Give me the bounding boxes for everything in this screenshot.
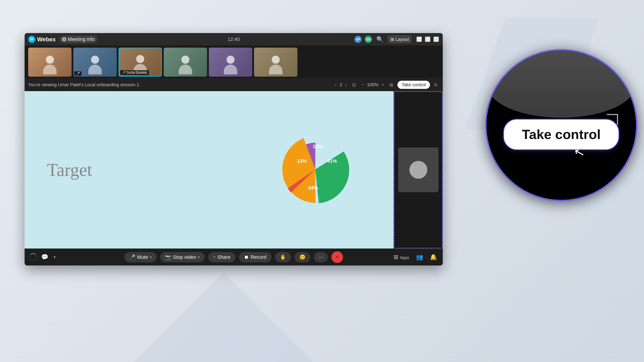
- video-caret: ▾: [198, 255, 200, 259]
- mute-caret: ▾: [150, 255, 152, 259]
- person-silhouette-1: [28, 48, 72, 77]
- meeting-info-button[interactable]: i Meeting info: [59, 35, 97, 43]
- toolbar-left: 💬 ▾: [29, 252, 57, 262]
- sidebar-person-thumb: [398, 147, 438, 192]
- person-head-4: [181, 56, 190, 64]
- person-head-2: [91, 56, 99, 64]
- emoji-icon: 😊: [300, 254, 306, 260]
- pie-chart-svg: 41% 34% 13% 12%: [277, 131, 353, 207]
- next-slide-button[interactable]: ›: [344, 82, 348, 88]
- refresh-button[interactable]: ↻: [433, 82, 439, 88]
- titlebar: W Webex i Meeting info 12:40 UP SG 🔍 ⊞ L…: [24, 33, 443, 45]
- layout-button[interactable]: ⊞ Layout: [388, 35, 412, 43]
- chat-button[interactable]: 💬: [40, 252, 50, 262]
- more-button[interactable]: ···: [314, 252, 328, 262]
- avatar-2: SG: [365, 36, 372, 43]
- slide-presentation: Target 41% 34% 13% 12%: [24, 91, 394, 249]
- mute-label: Mute: [137, 254, 148, 260]
- share-label: Share: [217, 254, 230, 260]
- meeting-info-label: Meeting info: [68, 36, 94, 42]
- participant-thumb-6[interactable]: [254, 48, 298, 77]
- app-logo: W Webex: [28, 36, 56, 43]
- apps-icon: ⊞: [394, 254, 398, 260]
- maximize-button[interactable]: □: [425, 36, 431, 42]
- toolbar-right: ⊞ Apps 👥 🔔: [392, 252, 438, 262]
- close-button[interactable]: ✕: [433, 36, 439, 42]
- info-icon: i: [62, 37, 66, 41]
- zoom-level: 100%: [367, 82, 378, 87]
- record-label: Record: [251, 254, 266, 260]
- slide-nav: ‹ 2 ›: [334, 82, 348, 88]
- grid-view-button[interactable]: ⊞: [388, 82, 395, 88]
- pie-label-purple: 41%: [327, 158, 337, 164]
- slide-zoom: − 100% +: [360, 82, 386, 88]
- prev-slide-button[interactable]: ‹: [334, 82, 338, 88]
- participant-thumb-1[interactable]: [28, 48, 72, 77]
- take-control-button-small[interactable]: Take control: [397, 81, 430, 89]
- apps-label: Apps: [400, 255, 409, 260]
- minimize-button[interactable]: —: [416, 36, 422, 42]
- person-head-3: [136, 55, 144, 63]
- participant-badge-3: 🎤 Sofia Gomez: [120, 70, 149, 75]
- zoom-in-button[interactable]: +: [380, 82, 386, 88]
- mute-button[interactable]: 🎤 Mute ▾: [124, 252, 156, 262]
- pie-label-green: 34%: [308, 185, 318, 191]
- record-button[interactable]: ⏺ Record: [239, 252, 272, 262]
- person-body-4: [179, 64, 192, 74]
- apps-button[interactable]: ⊞ Apps: [392, 252, 410, 262]
- viewing-text: You're viewing Umar Patel's Local onboar…: [28, 82, 331, 87]
- participant-thumb-4[interactable]: [164, 48, 207, 77]
- webex-icon: W: [28, 36, 35, 43]
- mic-icon-3: 🎤: [122, 71, 126, 74]
- share-button[interactable]: ↑ Share: [208, 252, 236, 262]
- bg-decoration-2: [134, 273, 313, 362]
- pie-chart: 41% 34% 13% 12%: [277, 131, 353, 208]
- stop-video-button[interactable]: 📷 Stop video ▾: [160, 252, 204, 262]
- person-head-6: [272, 56, 280, 64]
- participant-badge-2: 🎤: [74, 71, 82, 76]
- slide-page: 2: [340, 82, 342, 87]
- screen-icon-button[interactable]: ⊡: [351, 82, 357, 88]
- participant-thumb-2[interactable]: 🎤: [73, 48, 117, 77]
- hand-icon: ✋: [280, 254, 286, 260]
- layout-label: Layout: [396, 37, 409, 42]
- notifications-button[interactable]: 🔔: [428, 252, 438, 262]
- end-call-button[interactable]: ✕: [332, 251, 343, 263]
- video-icon: 📷: [165, 254, 171, 260]
- zoom-out-button[interactable]: −: [360, 82, 366, 88]
- corner-bracket: [607, 114, 618, 125]
- participant-thumb-3[interactable]: 🎤 Sofia Gomez: [118, 48, 162, 77]
- end-call-icon: ✕: [336, 255, 338, 259]
- person-body-2: [88, 64, 102, 74]
- take-control-button-large[interactable]: Take control: [503, 119, 619, 150]
- participants-button[interactable]: 👥: [414, 252, 424, 262]
- chat-caret-button[interactable]: ▾: [52, 254, 57, 261]
- person-head-5: [226, 56, 234, 64]
- search-button[interactable]: 🔍: [375, 35, 385, 44]
- share-icon: ↑: [213, 254, 216, 260]
- person-silhouette-5: [209, 48, 252, 77]
- person-body-6: [269, 64, 282, 74]
- person-body-5: [224, 64, 237, 74]
- participant-name-3: Sofia Gomez: [126, 71, 147, 75]
- pie-label-red: 12%: [312, 144, 322, 149]
- avatar-1: UP: [354, 36, 362, 43]
- record-icon: ⏺: [244, 254, 249, 260]
- window-controls: — □ ✕: [416, 36, 439, 42]
- slide-title: Target: [47, 160, 92, 180]
- emoji-button[interactable]: 😊: [294, 252, 310, 262]
- reactions-button[interactable]: ✋: [275, 252, 291, 262]
- participants-strip: 🎤 🎤 Sofia Gomez: [24, 45, 443, 79]
- person-silhouette-4: [164, 48, 207, 77]
- pie-label-orange: 13%: [297, 158, 307, 164]
- loading-spinner: [29, 253, 37, 261]
- app-title: Webex: [37, 36, 56, 43]
- sidebar-person-head: [410, 161, 427, 179]
- meeting-sidebar: [394, 91, 443, 249]
- mic-icon-2: 🎤: [76, 72, 80, 75]
- person-head-1: [46, 56, 54, 64]
- titlebar-time: 12:40: [228, 36, 240, 42]
- person-body-1: [43, 64, 56, 74]
- main-content: Target 41% 34% 13% 12%: [24, 91, 443, 249]
- participant-thumb-5[interactable]: [209, 48, 252, 77]
